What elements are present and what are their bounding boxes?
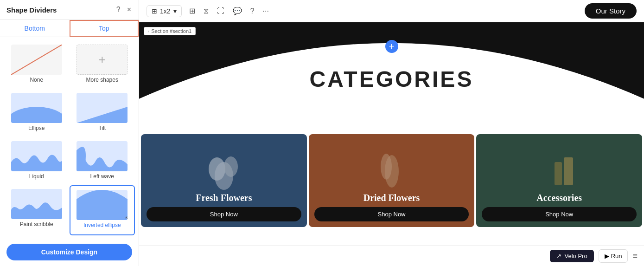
tabs-row: Bottom Top [0,20,139,37]
run-button[interactable]: ▶ Run [599,249,628,263]
play-icon: ▶ [605,253,609,260]
shape-none[interactable]: None [4,41,70,89]
canvas-area: ‹ Section #section1 + CATEGORIES [139,22,644,246]
accessories-image [476,134,642,199]
card-fresh-flowers: Fresh Flowers Shop Now [141,134,307,227]
panel-header-icons: ? × [115,5,132,15]
run-label: Run [611,253,622,260]
comment-icon[interactable]: 💬 [233,6,242,15]
add-section-icon[interactable]: ⊞ [189,6,195,15]
panel-header: Shape Dividers ? × [0,0,139,20]
shapes-grid: None + More shapes Ellipse [0,37,139,239]
more-icon[interactable]: ··· [262,7,268,15]
velo-pro-external-icon: ↗ [556,253,561,260]
section-label-text: Section #section1 [151,28,191,34]
svg-rect-16 [555,162,562,185]
fresh-flowers-shop-btn[interactable]: Shop Now [147,207,301,221]
close-button[interactable]: × [126,5,132,15]
paintscribble-thumb [11,189,62,219]
card-accessories: Accessories Shop Now [476,134,642,227]
tab-top[interactable]: Top [70,20,139,37]
add-plus-button[interactable]: + [385,40,398,53]
ellipse-label: Ellipse [28,125,45,131]
svg-rect-15 [564,157,573,185]
more-shapes-thumb: + [77,45,128,75]
bottom-bar: ↗ Velo Pro ▶ Run ≡ [139,246,644,266]
shape-tilt[interactable]: Tilt [70,89,135,137]
categories-heading: CATEGORIES [310,66,474,92]
paintscribble-label: Paint scribble [20,221,53,227]
inverted-ellipse-label: Inverted ellipse [83,222,121,228]
inverted-ellipse-thumb: ↖ [77,190,128,220]
cursor-icon: ↖ [125,214,128,220]
layout-label: 1x2 [160,7,171,15]
shape-liquid[interactable]: Liquid [4,137,70,186]
liquid-label: Liquid [29,173,44,180]
tilt-thumb [77,93,128,123]
help-button[interactable]: ? [115,5,121,15]
none-label: None [30,77,43,83]
leftwave-thumb [77,141,128,171]
dried-flowers-shop-btn[interactable]: Shop Now [314,207,469,221]
dried-flowers-image [309,134,475,199]
velo-pro-button[interactable]: ↗ Velo Pro [550,250,593,262]
svg-point-14 [381,154,392,180]
more-shapes-label: More shapes [86,77,118,83]
svg-point-11 [209,157,225,181]
customize-design-button[interactable]: Customize Design [6,244,132,260]
layout-chevron-icon: ▾ [173,7,177,15]
ellipse-thumb [11,93,62,123]
shape-dividers-panel: Shape Dividers ? × Bottom Top None + M [0,0,139,266]
none-thumb [11,45,62,75]
shape-paintscribble[interactable]: Paint scribble [4,185,70,235]
crop-icon[interactable]: ⛶ [217,7,224,15]
svg-point-12 [224,156,238,177]
shape-inverted-ellipse[interactable]: ↖ Inverted ellipse [70,185,135,235]
card-dried-flowers: Dried Flowers Shop Now [309,134,475,227]
settings-button[interactable]: ≡ [632,251,638,261]
shape-leftwave[interactable]: Left wave [70,137,135,186]
fresh-flowers-image [141,134,307,199]
accessories-shop-btn[interactable]: Shop Now [482,207,637,221]
section-label: ‹ Section #section1 [144,27,196,35]
leftwave-label: Left wave [90,173,114,180]
top-bar: ⊞ 1x2 ▾ ⊞ ⧖ ⛶ 💬 ? ··· Our Story [139,0,644,22]
top-bar-icons: ⊞ ⧖ ⛶ 💬 ? ··· [189,6,269,15]
cards-row: Fresh Flowers Shop Now Dried Flowers Sho… [139,134,644,227]
layout-icon: ⊞ [152,7,157,15]
section-arrow-icon: ‹ [148,29,149,34]
shape-ellipse[interactable]: Ellipse [4,89,70,137]
svg-line-0 [11,45,62,75]
shape-more[interactable]: + More shapes [70,41,135,89]
tab-bottom[interactable]: Bottom [0,20,70,37]
help-icon[interactable]: ? [250,7,255,15]
velo-pro-label: Velo Pro [564,253,587,260]
liquid-thumb [11,141,62,171]
layout-selector[interactable]: ⊞ 1x2 ▾ [147,5,182,17]
our-story-button[interactable]: Our Story [585,3,637,19]
tilt-label: Tilt [98,125,106,131]
layers-icon[interactable]: ⧖ [204,7,209,15]
panel-title: Shape Dividers [6,6,57,14]
main-area: ⊞ 1x2 ▾ ⊞ ⧖ ⛶ 💬 ? ··· Our Story ‹ Sectio… [139,0,644,266]
